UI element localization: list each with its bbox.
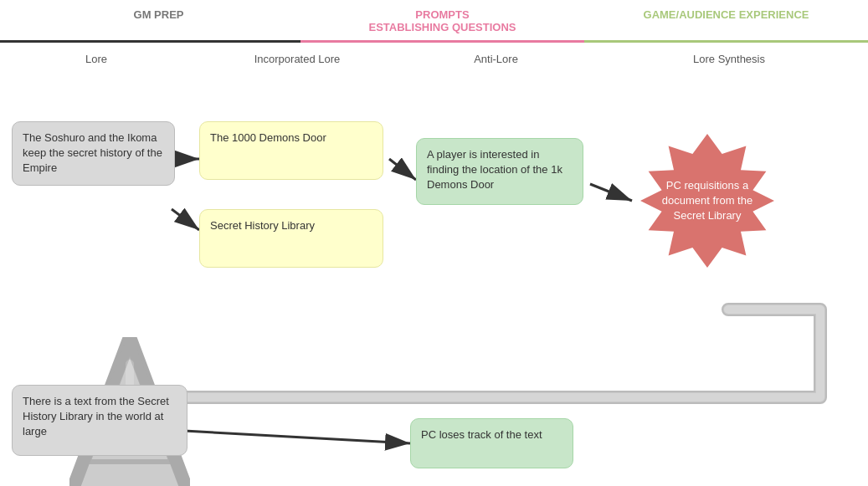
secret-text-node: There is a text from the Secret History … [12, 385, 187, 456]
player-interested-node: A player is interested in finding the lo… [416, 138, 583, 205]
demons-door-text: The 1000 Demons Door [210, 131, 326, 144]
col-lore-label: Lore [0, 53, 193, 65]
header: GM PREP PROMPTSESTABLISHING QUESTIONS GA… [0, 0, 868, 43]
gm-prep-label: GM PREP [134, 8, 184, 21]
secret-library-node: Secret History Library [199, 209, 383, 268]
col-synthesis-label: Lore Synthesis [590, 53, 868, 65]
col-anti-lore-label: Anti-Lore [402, 53, 590, 65]
pc-requisitions-starburst: PC requisitions a document from the Secr… [624, 117, 791, 284]
svg-line-6 [184, 431, 410, 443]
secret-library-text: Secret History Library [210, 219, 315, 232]
column-labels: Lore Incorporated Lore Anti-Lore Lore Sy… [0, 43, 868, 72]
demons-door-node: The 1000 Demons Door [199, 121, 383, 180]
pc-requisitions-inner: PC requisitions a document from the Secr… [640, 134, 774, 268]
svg-line-3 [172, 209, 199, 230]
diagram: The Soshuro and the Ikoma keep the secre… [0, 71, 868, 486]
col-inc-lore-label: Incorporated Lore [193, 53, 402, 65]
prompts-label: PROMPTSESTABLISHING QUESTIONS [369, 8, 516, 33]
player-interested-text: A player is interested in finding the lo… [427, 148, 562, 191]
soshuro-text: The Soshuro and the Ikoma keep the secre… [23, 131, 162, 174]
game-exp-label: GAME/AUDIENCE EXPERIENCE [644, 8, 809, 21]
gm-prep-section: GM PREP [0, 8, 300, 43]
game-exp-section: GAME/AUDIENCE EXPERIENCE [584, 8, 868, 43]
prompts-section: PROMPTSESTABLISHING QUESTIONS [300, 8, 584, 43]
soshuro-node: The Soshuro and the Ikoma keep the secre… [12, 121, 175, 186]
pc-loses-text: PC loses track of the text [421, 428, 542, 441]
pc-loses-node: PC loses track of the text [410, 418, 573, 468]
secret-text-text: There is a text from the Secret History … [23, 395, 169, 437]
pc-requisitions-text: PC requisitions a document from the Secr… [657, 178, 758, 224]
svg-line-4 [389, 159, 416, 180]
